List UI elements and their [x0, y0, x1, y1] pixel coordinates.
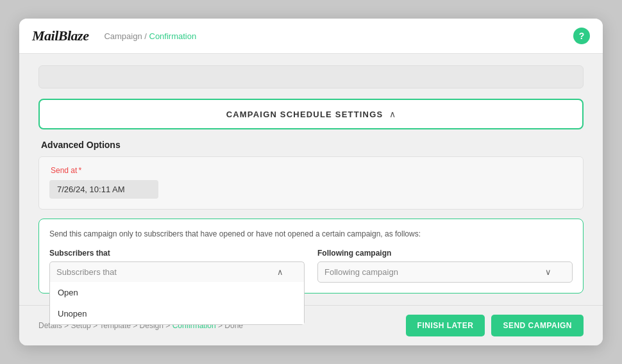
chevron-down-icon: ∨	[545, 267, 551, 277]
schedule-title: CAMPAIGN SCHEDULE SETTINGS	[226, 110, 383, 119]
send-campaign-button[interactable]: SEND CAMPAIGN	[491, 315, 584, 336]
dropdown-item-unopen[interactable]: Unopen	[50, 303, 304, 324]
main-content: CAMPAIGN SCHEDULE SETTINGS ∧ Advanced Op…	[19, 54, 603, 294]
app-window: MailBlaze Campaign / Confirmation ? CAMP…	[19, 19, 603, 345]
send-at-value[interactable]: 7/26/24, 10:11 AM	[49, 180, 158, 199]
breadcrumb: Campaign / Confirmation	[104, 31, 196, 41]
chevron-up-icon: ∧	[389, 109, 396, 119]
help-icon[interactable]: ?	[573, 28, 590, 44]
top-bar-placeholder	[38, 65, 584, 88]
send-at-section: Send at* 7/26/24, 10:11 AM	[38, 156, 584, 210]
dropdown-item-open[interactable]: Open	[50, 282, 304, 303]
footer-buttons: FINISH LATER SEND CAMPAIGN	[406, 315, 584, 336]
following-campaign-dropdown[interactable]: Following campaign ∨	[317, 261, 573, 283]
schedule-section: CAMPAIGN SCHEDULE SETTINGS ∧	[38, 99, 584, 129]
advanced-options-label: Advanced Options	[38, 140, 584, 150]
app-header: MailBlaze Campaign / Confirmation ?	[19, 19, 603, 54]
campaign-filter-box: Send this campaign only to subscribers t…	[38, 219, 584, 294]
filter-description: Send this campaign only to subscribers t…	[49, 228, 573, 240]
filter-row: Subscribers that Subscribers that ∧ Open…	[49, 249, 573, 283]
following-campaign-col: Following campaign Following campaign ∨	[317, 249, 573, 283]
logo: MailBlaze	[32, 28, 88, 44]
subscribers-dropdown-menu: Open Unopen	[49, 282, 305, 325]
following-campaign-placeholder: Following campaign	[324, 267, 398, 277]
subscribers-col: Subscribers that Subscribers that ∧ Open…	[49, 249, 305, 282]
finish-later-button[interactable]: FINISH LATER	[406, 315, 485, 336]
chevron-up-icon: ∧	[277, 267, 283, 277]
send-at-label: Send at*	[49, 166, 573, 175]
subscribers-dropdown[interactable]: Subscribers that ∧	[49, 261, 305, 282]
subscribers-placeholder: Subscribers that	[56, 267, 117, 277]
subscribers-label: Subscribers that	[49, 249, 305, 258]
schedule-header[interactable]: CAMPAIGN SCHEDULE SETTINGS ∧	[40, 100, 582, 128]
following-campaign-label: Following campaign	[317, 249, 573, 258]
